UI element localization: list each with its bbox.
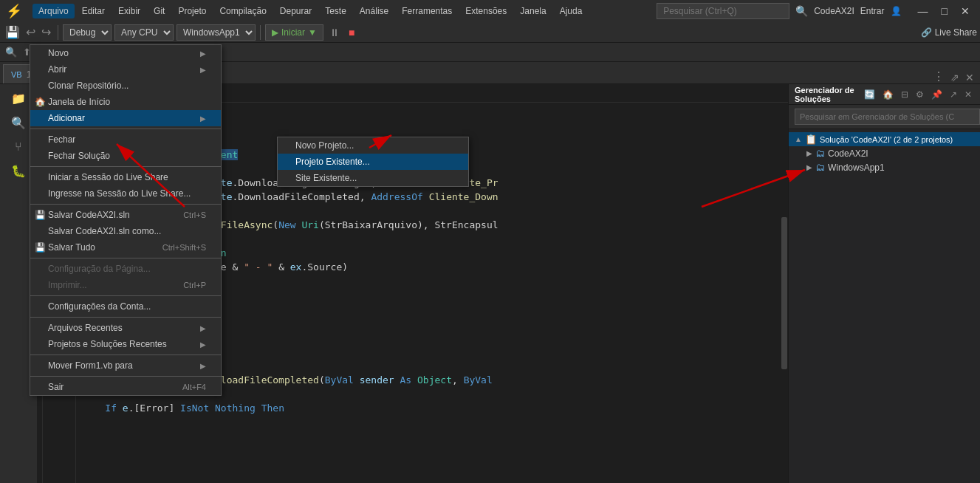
salvar-tudo-label: Salvar Tudo xyxy=(48,242,95,253)
config-conta-label: Configurações da Conta... xyxy=(48,301,151,312)
abrir-arrow: ▶ xyxy=(200,66,206,74)
menu-analise[interactable]: Análise xyxy=(354,4,394,18)
menu-novo-projeto[interactable]: Novo Projeto... xyxy=(278,137,468,154)
menu-salvar-sln[interactable]: 💾 Salvar CodeAX2I.sln Ctrl+S xyxy=(30,207,221,223)
menu-projeto[interactable]: Projeto xyxy=(172,4,212,18)
menu-imprimir: Imprimir... Ctrl+P xyxy=(30,277,221,293)
menu-novo[interactable]: Novo ▶ xyxy=(30,45,221,61)
menu-clonar[interactable]: Clonar Repositório... xyxy=(30,78,221,94)
menu-git[interactable]: Git xyxy=(148,4,171,18)
adicionar-submenu: Novo Projeto... Projeto Existente... Sit… xyxy=(277,137,469,187)
menu-fechar-solucao[interactable]: Fechar Solução xyxy=(30,148,221,164)
projeto-existente-label: Projeto Existente... xyxy=(295,157,370,167)
projetos-recentes-arrow: ▶ xyxy=(200,340,206,349)
app-name: CodeAX2I xyxy=(814,6,854,16)
search-icon: 🔍 xyxy=(795,5,808,17)
salvar-sln-shortcut: Ctrl+S xyxy=(183,210,206,219)
menu-site-existente[interactable]: Site Existente... xyxy=(278,170,468,186)
sair-label: Sair xyxy=(48,382,64,392)
menu-sair[interactable]: Sair Alt+F4 xyxy=(30,379,221,395)
vs-logo: ⚡ xyxy=(6,3,22,19)
mover-form1-arrow: ▶ xyxy=(200,362,206,370)
sep2 xyxy=(30,166,221,167)
menu-depurar[interactable]: Depurar xyxy=(274,4,318,18)
sep7 xyxy=(30,354,221,355)
sep8 xyxy=(30,376,221,377)
sep6 xyxy=(30,317,221,318)
menu-teste[interactable]: Teste xyxy=(319,4,352,18)
salvar-tudo-icon: 💾 xyxy=(35,242,46,253)
fechar-solucao-label: Fechar Solução xyxy=(48,151,110,161)
menu-compilacao[interactable]: Compilação xyxy=(213,4,272,18)
sep3 xyxy=(30,204,221,205)
sep5 xyxy=(30,295,221,296)
janela-inicio-icon: 🏠 xyxy=(35,97,46,107)
sep4 xyxy=(30,258,221,258)
salvar-sln-icon: 💾 xyxy=(35,210,46,220)
menu-janela[interactable]: Janela xyxy=(514,4,552,18)
menu-config-conta[interactable]: Configurações da Conta... xyxy=(30,298,221,315)
close-button[interactable]: ✕ xyxy=(956,5,974,17)
fechar-label: Fechar xyxy=(48,134,75,145)
menu-editar[interactable]: Editar xyxy=(76,4,111,18)
menu-mover-form1[interactable]: Mover Form1.vb para ▶ xyxy=(30,357,221,374)
menu-janela-inicio[interactable]: 🏠 Janela de Início xyxy=(30,94,221,110)
title-bar-right: 🔍 CodeAX2I Entrar 👤 — □ ✕ xyxy=(657,3,974,19)
menu-arquivos-recentes[interactable]: Arquivos Recentes ▶ xyxy=(30,320,221,336)
site-existente-label: Site Existente... xyxy=(295,173,357,183)
menu-liveshare-iniciar[interactable]: Iniciar a Sessão do Live Share xyxy=(30,169,221,185)
menu-projeto-existente[interactable]: Projeto Existente... xyxy=(278,154,468,170)
menu-extensoes[interactable]: Extensões xyxy=(459,4,513,18)
mover-form1-label: Mover Form1.vb para xyxy=(48,360,133,371)
novo-label: Novo xyxy=(48,48,69,58)
liveshare-ingressar-label: Ingresse na Sessão do Live Share... xyxy=(48,188,191,199)
menu-projetos-recentes[interactable]: Projetos e Soluções Recentes ▶ xyxy=(30,336,221,352)
user-icon: 👤 xyxy=(891,6,902,16)
novo-arrow: ▶ xyxy=(200,49,206,58)
dropdown-overlay: Novo ▶ Abrir ▶ Clonar Repositório... 🏠 J… xyxy=(0,22,980,483)
minimize-button[interactable]: — xyxy=(914,5,933,17)
arquivo-dropdown: Novo ▶ Abrir ▶ Clonar Repositório... 🏠 J… xyxy=(30,44,222,396)
config-pagina-label: Configuração da Página... xyxy=(48,264,151,274)
menu-bar: Arquivo Editar Exibir Git Projeto Compil… xyxy=(32,4,588,18)
sair-shortcut: Alt+F4 xyxy=(182,383,206,391)
maximize-button[interactable]: □ xyxy=(937,5,952,17)
imprimir-shortcut: Ctrl+P xyxy=(183,281,206,290)
imprimir-label: Imprimir... xyxy=(48,280,87,290)
projetos-recentes-label: Projetos e Soluções Recentes xyxy=(48,339,167,349)
menu-adicionar[interactable]: Adicionar ▶ xyxy=(30,110,221,126)
clonar-label: Clonar Repositório... xyxy=(48,80,129,91)
arquivos-recentes-arrow: ▶ xyxy=(200,324,206,332)
title-bar: ⚡ Arquivo Editar Exibir Git Projeto Comp… xyxy=(0,0,980,22)
menu-salvar-tudo[interactable]: 💾 Salvar Tudo Ctrl+Shift+S xyxy=(30,239,221,256)
salvar-sln-label: Salvar CodeAX2I.sln xyxy=(48,210,130,220)
entrar-button[interactable]: Entrar xyxy=(860,6,885,16)
menu-abrir[interactable]: Abrir ▶ xyxy=(30,61,221,78)
adicionar-arrow: ▶ xyxy=(200,114,206,123)
menu-config-pagina: Configuração da Página... xyxy=(30,261,221,277)
adicionar-label: Adicionar xyxy=(48,113,85,123)
liveshare-iniciar-label: Iniciar a Sessão do Live Share xyxy=(48,172,168,182)
menu-arquivo[interactable]: Arquivo xyxy=(32,4,75,18)
menu-liveshare-ingressar[interactable]: Ingresse na Sessão do Live Share... xyxy=(30,185,221,202)
novo-projeto-label: Novo Projeto... xyxy=(295,140,354,151)
menu-fechar[interactable]: Fechar xyxy=(30,131,221,148)
arquivos-recentes-label: Arquivos Recentes xyxy=(48,323,123,333)
salvar-sln-como-label: Salvar CodeAX2I.sln como... xyxy=(48,226,161,236)
menu-salvar-sln-como[interactable]: Salvar CodeAX2I.sln como... xyxy=(30,223,221,239)
search-input[interactable] xyxy=(657,3,789,19)
sep1 xyxy=(30,129,221,129)
menu-ajuda[interactable]: Ajuda xyxy=(554,4,589,18)
menu-exibir[interactable]: Exibir xyxy=(112,4,146,18)
window-controls: — □ ✕ xyxy=(914,5,974,17)
abrir-label: Abrir xyxy=(48,64,66,75)
salvar-tudo-shortcut: Ctrl+Shift+S xyxy=(162,243,206,252)
menu-ferramentas[interactable]: Ferramentas xyxy=(396,4,458,18)
janela-inicio-label: Janela de Início xyxy=(48,97,110,107)
